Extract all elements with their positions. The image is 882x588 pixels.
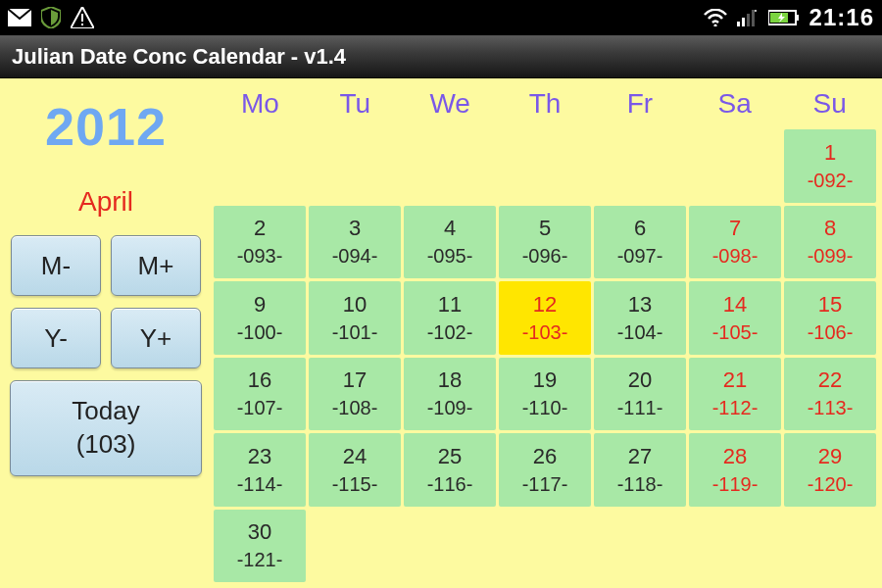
- window-titlebar: Julian Date Conc Calendar - v1.4: [0, 35, 882, 78]
- calendar-cell[interactable]: 30-121-: [214, 510, 306, 583]
- calendar-cell[interactable]: 21-112-: [689, 358, 781, 431]
- calendar-cell[interactable]: 14-105-: [689, 281, 781, 355]
- dow-header: We: [404, 82, 497, 129]
- calendar-cell[interactable]: 16-107-: [214, 358, 306, 431]
- svg-rect-4: [737, 22, 740, 26]
- julian-number: -115-: [332, 471, 378, 498]
- day-number: 10: [343, 290, 367, 319]
- day-number: 5: [539, 214, 551, 243]
- calendar-cell: [594, 510, 686, 583]
- day-number: 3: [349, 214, 361, 243]
- calendar-cell: [309, 510, 401, 583]
- calendar-cell: [594, 129, 686, 203]
- dow-header: Su: [783, 82, 876, 129]
- calendar-cell[interactable]: 18-109-: [404, 358, 496, 431]
- alert-icon: [71, 7, 94, 28]
- julian-number: -094-: [332, 243, 378, 270]
- julian-number: -117-: [522, 471, 568, 498]
- calendar-cell: [689, 510, 781, 583]
- calendar-cell[interactable]: 24-115-: [309, 433, 401, 507]
- calendar-cell[interactable]: 2-093-: [214, 206, 306, 279]
- day-number: 23: [248, 442, 271, 471]
- calendar-cell[interactable]: 5-096-: [499, 206, 591, 279]
- year-plus-button[interactable]: Y+: [111, 308, 201, 368]
- status-left-icons: [8, 7, 94, 28]
- calendar-cell[interactable]: 25-116-: [404, 433, 496, 507]
- calendar-cell[interactable]: 28-119-: [689, 433, 781, 507]
- calendar-cell[interactable]: 11-102-: [404, 281, 496, 355]
- day-number: 12: [533, 290, 557, 319]
- calendar-cell[interactable]: 3-094-: [309, 206, 401, 279]
- dow-header-row: MoTuWeThFrSaSu: [214, 82, 876, 129]
- today-button-label: Today: [72, 395, 139, 428]
- julian-number: -116-: [427, 471, 473, 498]
- day-number: 27: [628, 442, 652, 471]
- svg-rect-1: [81, 14, 83, 22]
- today-button[interactable]: Today (103): [10, 380, 202, 476]
- month-minus-button[interactable]: M-: [11, 235, 101, 296]
- calendar-cell[interactable]: 19-110-: [499, 358, 591, 431]
- calendar-week: 1-092-: [214, 129, 876, 203]
- julian-number: -096-: [522, 243, 568, 270]
- svg-point-8: [755, 10, 757, 12]
- day-number: 29: [818, 442, 842, 471]
- calendar: MoTuWeThFrSaSu 1-092-2-093-3-094-4-095-5…: [212, 78, 882, 588]
- dow-header: Mo: [214, 82, 307, 129]
- julian-number: -119-: [712, 471, 759, 498]
- day-number: 26: [533, 442, 557, 471]
- calendar-week: 9-100-10-101-11-102-12-103-13-104-14-105…: [214, 281, 876, 355]
- julian-number: -095-: [427, 243, 473, 270]
- calendar-cell: [499, 510, 591, 583]
- julian-number: -107-: [237, 395, 283, 421]
- wifi-icon: [704, 9, 727, 26]
- mail-icon: [8, 9, 31, 26]
- android-status-bar: 21:16: [0, 0, 882, 35]
- calendar-cell[interactable]: 9-100-: [214, 281, 306, 355]
- julian-number: -104-: [617, 319, 663, 346]
- calendar-cell[interactable]: 6-097-: [594, 206, 686, 279]
- svg-rect-7: [752, 10, 755, 26]
- status-right-icons: 21:16: [704, 4, 874, 31]
- calendar-cell[interactable]: 20-111-: [594, 358, 686, 431]
- calendar-cell: [499, 129, 591, 203]
- day-number: 7: [729, 214, 741, 243]
- year-minus-button[interactable]: Y-: [11, 308, 101, 368]
- day-number: 18: [438, 366, 462, 395]
- sidebar: 2012 April M- M+ Y- Y+ Today (103): [0, 78, 212, 588]
- dow-header: Sa: [688, 82, 781, 129]
- julian-number: -109-: [427, 395, 473, 421]
- calendar-cell[interactable]: 26-117-: [499, 433, 591, 507]
- svg-point-3: [713, 24, 716, 26]
- calendar-cell[interactable]: 23-114-: [214, 433, 306, 507]
- dow-header: Tu: [309, 82, 402, 129]
- calendar-cell[interactable]: 29-120-: [784, 433, 876, 507]
- calendar-cell[interactable]: 1-092-: [784, 129, 876, 203]
- day-number: 13: [628, 290, 652, 319]
- year-buttons-row: Y- Y+: [11, 308, 201, 368]
- svg-rect-2: [81, 24, 83, 25]
- julian-number: -101-: [332, 319, 378, 346]
- calendar-cell[interactable]: 13-104-: [594, 281, 686, 355]
- calendar-cell: [784, 510, 876, 583]
- calendar-cell[interactable]: 7-098-: [689, 206, 781, 279]
- month-plus-button[interactable]: M+: [111, 235, 201, 296]
- day-number: 1: [824, 138, 836, 168]
- calendar-cell: [309, 129, 401, 203]
- svg-rect-6: [747, 14, 750, 26]
- calendar-cell[interactable]: 17-108-: [309, 358, 401, 431]
- day-number: 9: [254, 290, 266, 319]
- calendar-cell[interactable]: 8-099-: [784, 206, 876, 279]
- calendar-cell[interactable]: 12-103-: [499, 281, 591, 355]
- calendar-cell[interactable]: 22-113-: [784, 358, 876, 431]
- day-number: 30: [248, 517, 271, 547]
- day-number: 16: [248, 366, 271, 395]
- day-number: 11: [438, 290, 462, 319]
- calendar-cell[interactable]: 4-095-: [404, 206, 496, 279]
- calendar-cell[interactable]: 27-118-: [594, 433, 686, 507]
- status-time: 21:16: [809, 4, 874, 31]
- day-number: 28: [723, 442, 747, 471]
- calendar-cell[interactable]: 10-101-: [309, 281, 401, 355]
- julian-number: -110-: [522, 395, 568, 421]
- calendar-cell[interactable]: 15-106-: [784, 281, 876, 355]
- julian-number: -100-: [237, 319, 283, 346]
